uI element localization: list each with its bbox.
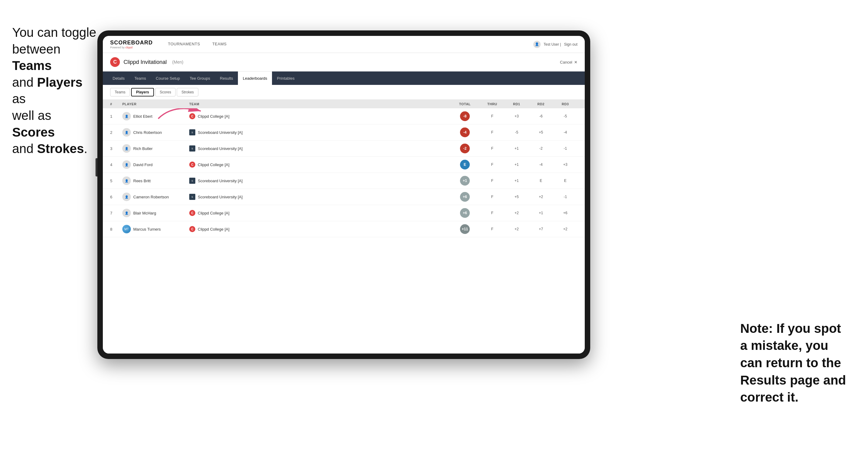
- avatar: 👤: [122, 160, 131, 169]
- col-rank: #: [110, 102, 122, 106]
- tournament-logo: C: [110, 57, 120, 67]
- team-logo: S: [189, 146, 195, 152]
- nav-tournaments[interactable]: TOURNAMENTS: [162, 36, 206, 53]
- top-nav-links: TOURNAMENTS TEAMS: [162, 36, 533, 53]
- tab-teams[interactable]: Teams: [130, 71, 151, 85]
- col-thru: THRU: [480, 102, 504, 106]
- col-rd1: RD1: [504, 102, 529, 106]
- sub-nav: Details Teams Course Setup Tee Groups Re…: [103, 71, 585, 85]
- score-badge: -2: [460, 144, 470, 153]
- table-header: # PLAYER TEAM TOTAL THRU RD1 RD2 RD3: [103, 100, 585, 108]
- col-rd3: RD3: [553, 102, 578, 106]
- team-logo: S: [189, 194, 195, 200]
- scoreboard-logo: SCOREBOARD Powered by clippd: [110, 39, 153, 49]
- leaderboard-table: # PLAYER TEAM TOTAL THRU RD1 RD2 RD3 1 👤…: [103, 100, 585, 353]
- table-row: 5 👤 Rees Britt S Scoreboard University […: [103, 173, 585, 189]
- avatar: 👤: [122, 209, 131, 217]
- tab-details[interactable]: Details: [108, 71, 130, 85]
- avatar: 👤: [122, 112, 131, 121]
- team-logo: S: [189, 129, 195, 135]
- score-badge: +6: [460, 192, 470, 202]
- right-annotation: Note: If you spota mistake, youcan retur…: [740, 320, 856, 406]
- tablet-screen: SCOREBOARD Powered by clippd TOURNAMENTS…: [103, 36, 585, 353]
- toggle-players[interactable]: Players: [131, 88, 154, 96]
- tablet-frame: SCOREBOARD Powered by clippd TOURNAMENTS…: [97, 30, 590, 359]
- tab-leaderboards[interactable]: Leaderboards: [238, 71, 272, 85]
- col-rd2: RD2: [529, 102, 553, 106]
- table-row: 4 👤 David Ford C Clippd College [A] E F …: [103, 157, 585, 173]
- col-total: TOTAL: [450, 102, 480, 106]
- toggle-teams[interactable]: Teams: [110, 88, 130, 96]
- tab-printables[interactable]: Printables: [272, 71, 299, 85]
- score-badge: +6: [460, 208, 470, 218]
- score-badge: -4: [460, 127, 470, 137]
- logo-sub: Powered by clippd: [110, 46, 153, 49]
- tablet-side-button: [96, 158, 97, 177]
- table-row: 2 👤 Chris Robertson S Scoreboard Univers…: [103, 124, 585, 141]
- avatar: 👤: [122, 177, 131, 185]
- table-row: 3 👤 Rich Butler S Scoreboard University …: [103, 141, 585, 157]
- team-logo: C: [189, 113, 195, 119]
- signout-button[interactable]: Sign out: [564, 42, 578, 46]
- left-annotation: You can toggle between Teams and Players…: [12, 24, 97, 157]
- score-badge: +11: [460, 224, 470, 234]
- score-badge: -8: [460, 111, 470, 121]
- cancel-button[interactable]: Cancel ✕: [560, 60, 578, 64]
- top-nav: SCOREBOARD Powered by clippd TOURNAMENTS…: [103, 36, 585, 53]
- logo-title: SCOREBOARD: [110, 39, 153, 46]
- top-nav-user: 👤 Test User | Sign out: [533, 41, 578, 48]
- nav-teams[interactable]: TEAMS: [206, 36, 233, 53]
- table-row: 6 👤 Cameron Robertson S Scoreboard Unive…: [103, 189, 585, 205]
- score-badge: E: [460, 160, 470, 169]
- team-logo: C: [189, 161, 195, 168]
- team-logo: C: [189, 210, 195, 216]
- tab-results[interactable]: Results: [215, 71, 238, 85]
- table-row: 1 👤 Elliot Ebert C Clippd College [A] -8…: [103, 108, 585, 124]
- tab-course-setup[interactable]: Course Setup: [151, 71, 185, 85]
- table-row: 8 MT Marcus Turners C Clippd College [A]…: [103, 221, 585, 237]
- avatar: 👤: [122, 193, 131, 201]
- score-badge: +1: [460, 176, 470, 186]
- tournament-header: C Clippd Invitational (Men) Cancel ✕: [103, 53, 585, 71]
- team-logo: C: [189, 226, 195, 232]
- avatar: MT: [122, 225, 131, 234]
- avatar: 👤: [122, 144, 131, 153]
- col-team: TEAM: [189, 102, 450, 106]
- tournament-title-row: C Clippd Invitational (Men): [110, 57, 183, 67]
- toggle-strokes[interactable]: Strokes: [177, 88, 198, 96]
- tournament-name: Clippd Invitational: [124, 59, 167, 65]
- user-label: Test User |: [544, 42, 561, 46]
- table-row: 7 👤 Blair McHarg C Clippd College [A] +6…: [103, 205, 585, 221]
- toggle-row: Teams Players Scores Strokes: [103, 85, 585, 100]
- col-player: PLAYER: [122, 102, 189, 106]
- tournament-gender: (Men): [172, 60, 183, 64]
- tab-tee-groups[interactable]: Tee Groups: [185, 71, 215, 85]
- toggle-scores[interactable]: Scores: [155, 88, 176, 96]
- user-icon: 👤: [533, 41, 540, 48]
- avatar: 👤: [122, 128, 131, 136]
- team-logo: S: [189, 178, 195, 184]
